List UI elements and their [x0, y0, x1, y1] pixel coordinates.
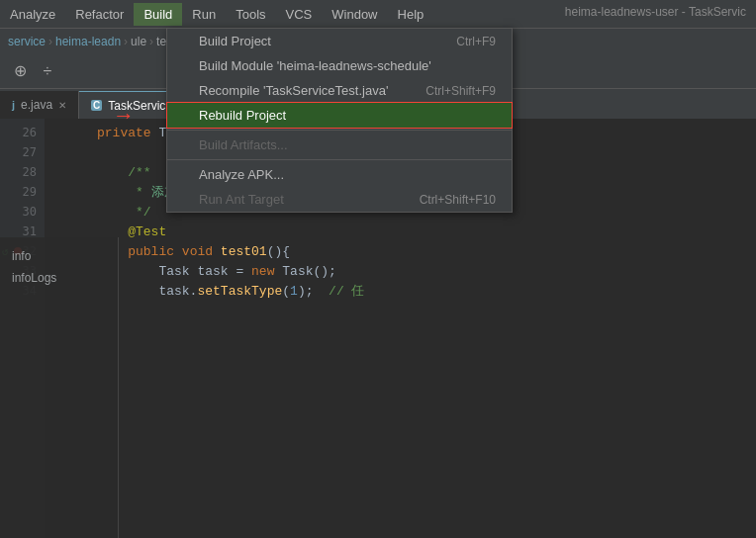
menu-analyze[interactable]: Analyze: [0, 3, 65, 26]
menu-item-run-ant-shortcut: Ctrl+Shift+F10: [420, 193, 496, 207]
java-icon: j: [12, 99, 15, 111]
breadcrumb-service[interactable]: service: [8, 35, 46, 48]
menu-item-build-artifacts-label: Build Artifacts...: [199, 137, 288, 152]
tab-ejava-label: e.java: [21, 98, 52, 112]
menu-item-rebuild-project[interactable]: → Rebuild Project: [167, 103, 512, 128]
menu-divider-1: [167, 130, 512, 131]
menu-item-recompile[interactable]: Recompile 'TaskServiceTest.java' Ctrl+Sh…: [167, 78, 512, 103]
menu-item-rebuild-project-label: Rebuild Project: [199, 108, 286, 123]
breadcrumb-ule: ule: [131, 35, 146, 48]
menu-item-run-ant: Run Ant Target Ctrl+Shift+F10: [167, 187, 512, 212]
menu-build[interactable]: Build: [134, 3, 182, 26]
menu-run[interactable]: Run: [182, 3, 226, 26]
menu-tools[interactable]: Tools: [226, 3, 275, 26]
line-num-30: 30: [0, 202, 45, 222]
menu-refactor[interactable]: Refactor: [65, 3, 134, 26]
tab-ejava-close[interactable]: ✕: [58, 100, 66, 111]
menu-item-build-artifacts: Build Artifacts...: [167, 133, 512, 157]
menu-item-recompile-label: Recompile 'TaskServiceTest.java': [199, 83, 388, 98]
line-num-29: 29: [0, 182, 45, 202]
menu-item-analyze-apk-label: Analyze APK...: [199, 167, 284, 182]
toolbar-add-btn[interactable]: ⊕: [8, 59, 32, 83]
window-title: heima-leadnews-user - TaskServic: [565, 5, 746, 19]
code-line-34: task.setTaskType(1); // 任: [97, 281, 748, 301]
class-icon: C: [91, 100, 102, 111]
line-num-27: 27: [0, 142, 45, 162]
menu-item-build-module-label: Build Module 'heima-leadnews-schedule': [199, 58, 431, 73]
menu-item-build-project-shortcut: Ctrl+F9: [456, 35, 496, 48]
menu-item-recompile-shortcut: Ctrl+Shift+F9: [425, 84, 496, 98]
toolbar-divide-btn[interactable]: ÷: [36, 59, 59, 83]
code-line-32: public void test01(){: [97, 241, 748, 261]
left-panel-info: info: [4, 245, 114, 267]
code-line-31: @Test: [97, 222, 748, 241]
code-line-33: Task task = new Task();: [97, 261, 748, 281]
left-panel-infologs: infoLogs: [4, 267, 114, 289]
build-dropdown: Build Project Ctrl+F9 Build Module 'heim…: [166, 28, 513, 213]
menu-item-build-project-label: Build Project: [199, 34, 271, 48]
menu-vcs[interactable]: VCS: [276, 3, 323, 26]
menu-divider-2: [167, 159, 512, 160]
menu-item-analyze-apk[interactable]: Analyze APK...: [167, 162, 512, 187]
left-panel: info infoLogs: [0, 237, 119, 538]
menu-item-build-module[interactable]: Build Module 'heima-leadnews-schedule': [167, 53, 512, 78]
dropdown-menu: Build Project Ctrl+F9 Build Module 'heim…: [166, 28, 513, 213]
menu-item-build-project[interactable]: Build Project Ctrl+F9: [167, 29, 512, 53]
line-num-26: 26: [0, 123, 45, 142]
line-num-28: 28: [0, 162, 45, 182]
breadcrumb-module[interactable]: heima-leadn: [55, 35, 121, 48]
menu-item-run-ant-label: Run Ant Target: [199, 192, 284, 207]
menu-help[interactable]: Help: [388, 3, 434, 26]
tab-ejava[interactable]: j e.java ✕: [0, 91, 79, 119]
menubar: Analyze Refactor Build Run Tools VCS Win…: [0, 0, 756, 28]
menu-window[interactable]: Window: [322, 3, 387, 26]
